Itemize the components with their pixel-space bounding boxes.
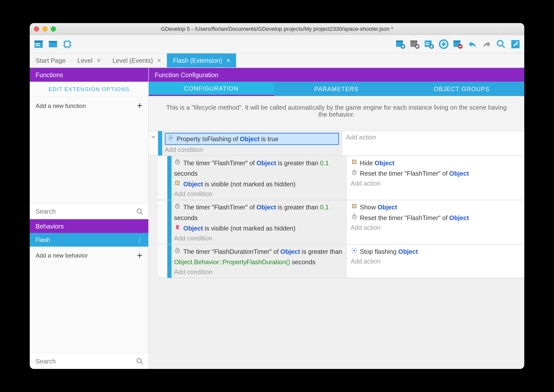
subtab-object-groups[interactable]: OBJECT GROUPS [399, 82, 524, 96]
svg-point-37 [170, 137, 172, 139]
svg-rect-49 [353, 205, 355, 207]
svg-rect-39 [177, 159, 178, 160]
action-line[interactable]: Reset the timer "FlashTimer" of Object [351, 168, 520, 179]
add-action-button[interactable]: Add action [351, 223, 520, 232]
conditions-column: Property IsFlashing of Object is trueAdd… [162, 131, 342, 156]
add-action-button[interactable]: Add action [346, 133, 520, 142]
condition-line[interactable]: The timer "FlashDurationTimer" of Object… [174, 246, 344, 267]
condition-line[interactable]: Object is visible (not marked as hidden) [174, 223, 344, 234]
svg-rect-6 [65, 41, 70, 47]
tab-start-page[interactable]: Start Page [30, 53, 71, 67]
timer-icon [174, 247, 181, 254]
event-bluebar [167, 245, 172, 278]
tab-flash-extension-[interactable]: Flash (Extension)× [167, 53, 236, 67]
undo-icon[interactable] [466, 38, 479, 50]
minimize-window-button[interactable] [42, 26, 47, 31]
chip-icon[interactable] [61, 38, 74, 50]
maximize-window-button[interactable] [51, 26, 56, 31]
gear-icon [351, 247, 357, 254]
condition-line[interactable]: Object is visible (not marked as hidden) [174, 179, 344, 189]
svg-point-29 [497, 40, 503, 46]
conditions-column: The timer "FlashTimer" of Object is grea… [172, 200, 346, 244]
add-comment-icon[interactable] [423, 38, 436, 50]
add-event-icon[interactable] [394, 38, 407, 50]
functions-search[interactable] [30, 203, 148, 219]
tab-label: Start Page [36, 57, 66, 64]
redo-icon[interactable] [480, 38, 493, 50]
add-condition-button[interactable]: Add condition [174, 233, 344, 242]
event-row: Property IsFlashing of Object is trueAdd… [149, 131, 524, 156]
titlebar: GDevelop 5 - /Users/florian/Documents/GD… [30, 23, 524, 35]
add-action-button[interactable]: Add action [351, 179, 520, 188]
svg-line-36 [141, 362, 143, 364]
toolbar-right [394, 38, 522, 50]
svg-rect-45 [353, 169, 355, 170]
tab-level-events-[interactable]: Level (Events)× [106, 53, 167, 67]
svg-point-32 [516, 41, 518, 43]
functions-search-input[interactable] [34, 205, 136, 217]
add-circle-icon[interactable] [437, 38, 450, 50]
close-icon[interactable]: × [97, 57, 101, 64]
event-gutter[interactable] [158, 156, 167, 200]
add-function-label: Add a new function [36, 102, 86, 109]
close-icon[interactable]: × [157, 57, 161, 64]
action-line[interactable]: Show Object [351, 202, 520, 213]
svg-rect-41 [176, 182, 179, 184]
behaviors-search[interactable] [30, 353, 148, 369]
subtab-configuration[interactable]: CONFIGURATION [149, 82, 274, 96]
timer-icon [351, 213, 357, 220]
tab-label: Level [77, 57, 93, 64]
add-function-button[interactable]: Add a new function + [30, 97, 148, 115]
add-condition-button[interactable]: Add condition [174, 189, 344, 198]
search-icon[interactable] [495, 38, 507, 50]
toolbar-left [32, 38, 74, 50]
condition-line[interactable]: The timer "FlashTimer" of Object is grea… [174, 158, 344, 179]
svg-rect-22 [426, 42, 429, 43]
condition-line[interactable]: Property IsFlashing of Object is true [165, 133, 339, 145]
event-row: The timer "FlashTimer" of Object is grea… [158, 200, 524, 245]
behaviors-search-input[interactable] [34, 355, 136, 367]
window-controls [34, 26, 56, 31]
actions-column: Hide ObjectReset the timer "FlashTimer" … [346, 156, 524, 200]
action-line[interactable]: Stop flashing Object [351, 246, 520, 257]
subtab-parameters[interactable]: PARAMETERS [274, 82, 399, 96]
action-line[interactable]: Reset the timer "FlashTimer" of Object [351, 212, 520, 223]
svg-rect-5 [49, 41, 57, 42]
close-icon[interactable]: × [226, 57, 230, 64]
app-window: GDevelop 5 - /Users/florian/Documents/GD… [30, 23, 524, 369]
edit-extension-options-link[interactable]: EDIT EXTENSION OPTIONS [30, 82, 148, 97]
delete-event-icon[interactable] [452, 38, 464, 50]
behavior-item-flash[interactable]: Flash ⋮ [30, 233, 148, 247]
svg-point-35 [137, 358, 141, 362]
settings-icon[interactable] [509, 38, 522, 50]
add-condition-button[interactable]: Add condition [165, 145, 339, 154]
event-gutter[interactable] [149, 131, 158, 156]
event-gutter[interactable] [158, 245, 167, 278]
content: Functions EDIT EXTENSION OPTIONS Add a n… [30, 68, 524, 369]
add-action-button[interactable]: Add action [351, 257, 520, 266]
condition-line[interactable]: The timer "FlashTimer" of Object is grea… [174, 202, 344, 223]
event-row: The timer "FlashTimer" of Object is grea… [158, 156, 524, 200]
tab-level[interactable]: Level× [71, 53, 106, 67]
project-panel-icon[interactable] [32, 38, 45, 50]
scene-panel-icon[interactable] [47, 38, 59, 50]
svg-rect-53 [177, 248, 178, 248]
conditions-column: The timer "FlashTimer" of Object is grea… [172, 156, 346, 200]
add-condition-button[interactable]: Add condition [174, 267, 344, 276]
events-editor: Property IsFlashing of Object is trueAdd… [149, 131, 524, 369]
functions-header: Functions [30, 68, 148, 82]
add-subevent-icon[interactable] [409, 38, 421, 50]
svg-rect-1 [35, 40, 43, 42]
event-gutter[interactable] [158, 200, 167, 244]
svg-rect-43 [353, 161, 355, 163]
svg-rect-23 [426, 44, 429, 45]
main-panel: Function Configuration CONFIGURATION PAR… [149, 68, 524, 369]
svg-rect-2 [35, 43, 40, 44]
function-config-header: Function Configuration [149, 68, 524, 82]
action-line[interactable]: Hide Object [351, 158, 520, 168]
conditions-column: The timer "FlashDurationTimer" of Object… [172, 245, 346, 278]
add-behavior-button[interactable]: Add a new behavior + [30, 247, 148, 264]
close-window-button[interactable] [34, 26, 39, 31]
kebab-icon[interactable]: ⋮ [137, 236, 142, 243]
timer-icon [174, 159, 181, 165]
